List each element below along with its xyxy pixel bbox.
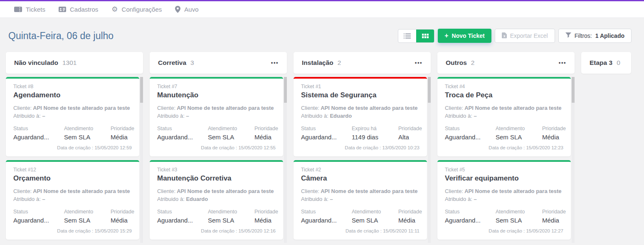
new-ticket-label: Novo Ticket	[452, 32, 485, 39]
board-column-corretiva: Corretiva3•••Ticket #7ManutençãoCliente:…	[150, 52, 287, 243]
column-title: Instalação	[302, 59, 333, 67]
nav-item-tickets[interactable]: Tickets	[14, 6, 45, 13]
assigned-line: Atribuido à: –	[301, 196, 419, 203]
assigned-line: Atribuido à: –	[445, 112, 563, 120]
column-menu-icon[interactable]: •••	[559, 62, 566, 64]
filter-funnel-icon	[565, 32, 571, 39]
column-title: Etapa 3	[590, 59, 612, 67]
scrollbar-thumb[interactable]	[284, 77, 287, 103]
column-title: Corretiva	[158, 59, 186, 67]
column-cards: Ticket #4Troca de PeçaCliente: API Nome …	[437, 77, 571, 243]
column-menu-icon[interactable]: •••	[271, 62, 279, 64]
ticket-field: StatusAguardand...	[13, 126, 64, 141]
ticket-title: Câmera	[301, 174, 419, 183]
ticket-field: AtendimentoSem SLA	[64, 209, 111, 224]
column-menu-icon[interactable]: •••	[415, 62, 422, 64]
ticket-card[interactable]: Ticket #4Troca de PeçaCliente: API Nome …	[437, 77, 571, 156]
client-line: Cliente: API Nome de teste alterado para…	[445, 104, 563, 112]
client-value: API Nome de teste alterado para teste	[319, 105, 418, 111]
column-scrollbar[interactable]	[572, 77, 575, 243]
scrollbar-thumb[interactable]	[428, 77, 431, 103]
field-value: Sem SLA	[496, 217, 542, 224]
page-header: Quinta-Feira, 06 de julho + Novo Ticket …	[0, 29, 644, 43]
field-value: Aguardand...	[157, 217, 208, 224]
column-body: Ticket #7ManutençãoCliente: API Nome de …	[150, 77, 287, 243]
nav-item-cadastros[interactable]: Cadastros	[59, 6, 98, 13]
ticket-card[interactable]: Ticket #7ManutençãoCliente: API Nome de …	[150, 77, 283, 156]
field-label: Status	[157, 126, 208, 131]
column-scrollbar[interactable]	[428, 77, 431, 243]
ticket-card[interactable]: Ticket #2CâmeraCliente: API Nome de test…	[294, 160, 427, 240]
field-label: Status	[13, 209, 64, 215]
ticket-field: AtendimentoSem SLA	[352, 209, 398, 224]
field-label: Status	[157, 209, 208, 215]
ticket-card[interactable]: Ticket #12OrçamentoCliente: API Nome de …	[6, 160, 139, 240]
ticket-field: StatusAguardand...	[445, 126, 496, 141]
scrollbar-thumb[interactable]	[572, 77, 575, 103]
ticket-fields: StatusAguardand...AtendimentoSem SLAPrio…	[157, 126, 276, 141]
field-label: Atendimento	[64, 126, 111, 131]
ticket-card[interactable]: Ticket #8AgendamentoCliente: API Nome de…	[6, 77, 139, 156]
filters-button[interactable]: Filtros: 1 Aplicado	[558, 29, 632, 43]
export-excel-button[interactable]: Exportar Excel	[495, 29, 555, 43]
scrollbar-thumb[interactable]	[140, 77, 143, 103]
ticket-fields: StatusAguardand...AtendimentoSem SLAPrio…	[157, 209, 276, 224]
ticket-fields: StatusAguardand...AtendimentoSem SLAPrio…	[13, 209, 132, 224]
nav-item-auvo[interactable]: Auvo	[175, 6, 198, 13]
column-count: 3	[190, 59, 194, 67]
ticket-card[interactable]: Ticket #3Manutenção CorretivaCliente: AP…	[150, 160, 283, 240]
ticket-meta: Cliente: API Nome de teste alterado para…	[445, 104, 563, 120]
field-value: Sem SLA	[208, 134, 254, 141]
field-value: Média	[398, 217, 422, 224]
nav-item-label: Tickets	[26, 6, 45, 13]
creation-date: Data de criação : 15/05/2020 12:16	[157, 228, 276, 233]
kanban-view-button[interactable]	[416, 30, 434, 42]
ticket-field: PrioridadeMédia	[542, 209, 566, 224]
column-scrollbar[interactable]	[140, 77, 143, 243]
field-value: Média	[111, 217, 134, 224]
client-value: API Nome de teste alterado para teste	[463, 188, 562, 194]
field-label: Atendimento	[496, 209, 542, 215]
field-value: Sem SLA	[64, 217, 111, 224]
creation-date: Data de criação : 15/05/2020 15:29	[13, 228, 132, 233]
new-ticket-button[interactable]: + Novo Ticket	[438, 29, 491, 43]
field-value: Aguardand...	[13, 217, 64, 224]
field-value: Aguardand...	[301, 134, 352, 141]
column-header: Não vinculado1301	[6, 52, 143, 74]
ticket-card[interactable]: Ticket #1Sistema de SegurançaCliente: AP…	[294, 77, 427, 156]
ticket-title: Verificar equipamento	[445, 174, 563, 183]
field-label: Status	[445, 126, 496, 131]
list-view-button[interactable]	[398, 30, 416, 42]
nav-item-label: Configurações	[122, 6, 162, 13]
ticket-title: Sistema de Segurança	[301, 91, 419, 99]
ticket-title: Manutenção	[157, 91, 276, 99]
page-title: Quinta-Feira, 06 de julho	[8, 30, 114, 42]
ticket-card[interactable]: Ticket #5Verificar equipamentoCliente: A…	[437, 160, 571, 240]
column-scrollbar[interactable]	[284, 77, 287, 243]
ticket-number: Ticket #1	[301, 84, 419, 89]
field-value: Aguardand...	[445, 134, 496, 141]
field-label: Prioridade	[254, 209, 278, 215]
ticket-number: Ticket #7	[157, 84, 276, 89]
ticket-field: StatusAguardand...	[157, 126, 208, 141]
column-body: Ticket #8AgendamentoCliente: API Nome de…	[6, 77, 143, 243]
ticket-title: Orçamento	[13, 174, 132, 183]
field-label: Atendimento	[496, 126, 542, 131]
nav-item-configuracoes[interactable]: ⚙ Configurações	[111, 6, 162, 13]
field-value: Sem SLA	[64, 134, 111, 141]
ticket-field: Expirou há1149 dias	[352, 126, 398, 141]
plus-icon: +	[444, 32, 448, 40]
column-body: Ticket #4Troca de PeçaCliente: API Nome …	[437, 77, 575, 243]
field-value: Sem SLA	[208, 217, 254, 224]
client-line: Cliente: API Nome de teste alterado para…	[445, 188, 563, 196]
nav-item-label: Cadastros	[70, 6, 98, 13]
field-label: Prioridade	[398, 209, 422, 215]
field-label: Prioridade	[542, 209, 566, 215]
field-value: 1149 dias	[352, 134, 398, 141]
client-value: API Nome de teste alterado para teste	[32, 105, 130, 111]
field-label: Prioridade	[398, 126, 422, 131]
assigned-line: Atribuido à: –	[445, 196, 563, 203]
assigned-value: –	[41, 113, 45, 119]
field-label: Prioridade	[254, 126, 278, 131]
field-value: Alta	[398, 134, 422, 141]
